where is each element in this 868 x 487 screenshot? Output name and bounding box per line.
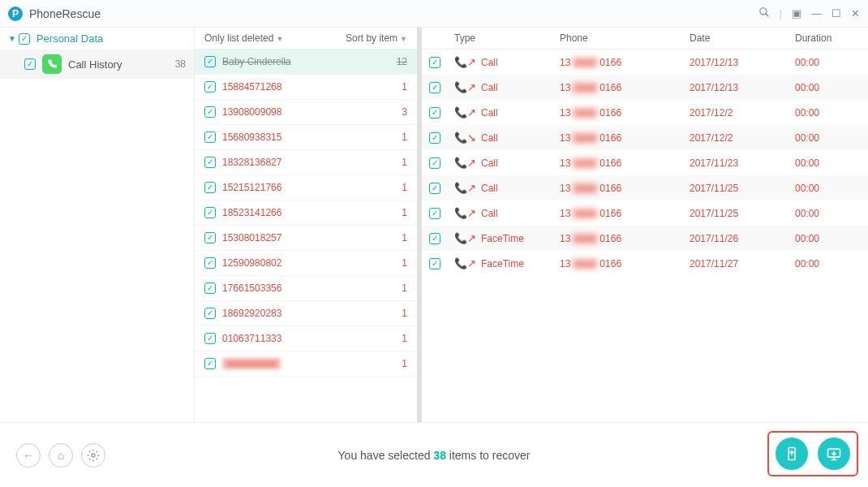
close-icon[interactable]: ✕ bbox=[851, 7, 860, 19]
back-button[interactable]: ← bbox=[16, 443, 41, 468]
sidebar-item-count: 38 bbox=[175, 58, 186, 70]
checkbox[interactable] bbox=[204, 56, 216, 67]
call-row[interactable]: 📞↗Call13xxxx01662017/11/2500:00 bbox=[422, 175, 868, 200]
footer-message: You have selected 38 items to recover bbox=[338, 449, 531, 462]
contact-name: 18692920283 bbox=[222, 308, 281, 319]
call-row[interactable]: 📞↗Call13xxxx01662017/12/1300:00 bbox=[422, 75, 868, 100]
call-type: 📞↗Call bbox=[454, 81, 560, 93]
contact-row[interactable]: 156809383151 bbox=[195, 125, 417, 150]
checkbox[interactable] bbox=[204, 182, 216, 193]
checkbox[interactable] bbox=[204, 358, 216, 369]
contact-row[interactable]: 125909808021 bbox=[195, 251, 417, 276]
recover-to-computer-button[interactable] bbox=[818, 437, 850, 470]
tree-root-personal-data[interactable]: ▼ Personal Data bbox=[0, 28, 194, 50]
checkbox[interactable] bbox=[204, 106, 216, 118]
call-phone: 13xxxx0166 bbox=[560, 208, 690, 219]
call-date: 2017/12/2 bbox=[690, 132, 795, 144]
call-table-body[interactable]: 📞↗Call13xxxx01662017/12/1300:00📞↗Call13x… bbox=[422, 50, 868, 422]
separator: | bbox=[780, 7, 782, 19]
contact-count: 1 bbox=[402, 131, 407, 143]
checkbox[interactable] bbox=[429, 82, 440, 93]
app-title: PhoneRescue bbox=[29, 7, 101, 20]
contact-list-header: Only list deleted▼ Sort by item▼ bbox=[195, 28, 417, 50]
checkbox[interactable] bbox=[204, 81, 216, 93]
call-phone: 13xxxx0166 bbox=[560, 82, 690, 93]
call-row[interactable]: 📞↗FaceTime13xxxx01662017/11/2700:00 bbox=[422, 251, 868, 276]
checkbox[interactable] bbox=[204, 257, 216, 269]
call-duration: 00:00 bbox=[795, 57, 860, 68]
call-phone: 13xxxx0166 bbox=[560, 258, 690, 269]
checkbox[interactable] bbox=[429, 107, 440, 119]
minimize-icon[interactable]: — bbox=[811, 7, 822, 19]
call-row[interactable]: 📞↗Call13xxxx01662017/12/1300:00 bbox=[422, 50, 868, 75]
contact-count: 1 bbox=[402, 282, 407, 294]
call-date: 2017/11/25 bbox=[690, 183, 795, 194]
search-icon[interactable] bbox=[758, 6, 770, 20]
contact-list[interactable]: Baby Cinderella1215884571268113908009098… bbox=[195, 50, 417, 422]
checkbox[interactable] bbox=[204, 157, 216, 168]
call-date: 2017/11/25 bbox=[690, 208, 795, 219]
filter-dropdown[interactable]: Only list deleted▼ bbox=[204, 32, 283, 44]
checkbox[interactable] bbox=[429, 233, 440, 244]
checkbox[interactable] bbox=[429, 208, 440, 219]
checkbox[interactable] bbox=[204, 333, 216, 344]
call-duration: 00:00 bbox=[795, 107, 860, 119]
contact-row[interactable]: 185231412661 bbox=[195, 200, 417, 226]
checkbox[interactable] bbox=[204, 282, 216, 294]
call-row[interactable]: 📞↗Call13xxxx01662017/12/200:00 bbox=[422, 100, 868, 125]
checkbox[interactable] bbox=[429, 258, 440, 269]
contact-count: 1 bbox=[402, 182, 407, 193]
call-date: 2017/12/2 bbox=[690, 107, 795, 119]
checkbox[interactable] bbox=[204, 207, 216, 218]
contact-row[interactable]: 158845712681 bbox=[195, 75, 417, 100]
home-button[interactable]: ⌂ bbox=[49, 443, 73, 468]
contact-name: 15215121766 bbox=[222, 182, 281, 193]
caret-down-icon[interactable]: ▼ bbox=[8, 34, 16, 43]
sidebar: ▼ Personal Data Call History 38 bbox=[0, 28, 195, 422]
call-row[interactable]: 📞↗Call13xxxx01662017/11/2500:00 bbox=[422, 200, 868, 226]
chevron-down-icon: ▼ bbox=[276, 35, 283, 43]
contact-row[interactable]: 183281368271 bbox=[195, 150, 417, 175]
contact-name: Baby Cinderella bbox=[222, 56, 291, 67]
checkbox[interactable] bbox=[429, 157, 440, 169]
sidebar-item-label: Call History bbox=[68, 58, 122, 71]
checkbox[interactable] bbox=[19, 33, 30, 45]
contact-row[interactable]: 152151217661 bbox=[195, 175, 417, 200]
sort-dropdown[interactable]: Sort by item▼ bbox=[346, 32, 407, 44]
contact-row[interactable]: 010637113331 bbox=[195, 326, 417, 351]
checkbox[interactable] bbox=[429, 57, 440, 68]
checkbox[interactable] bbox=[24, 58, 36, 70]
contact-row[interactable]: 176615033561 bbox=[195, 276, 417, 301]
call-duration: 00:00 bbox=[795, 157, 860, 169]
contact-name: xxxxxxxxxx bbox=[222, 358, 281, 369]
contact-row[interactable]: 186929202831 bbox=[195, 301, 417, 326]
contact-row[interactable]: Baby Cinderella12 bbox=[195, 50, 417, 75]
app-logo: P bbox=[8, 6, 23, 21]
checkbox[interactable] bbox=[429, 183, 440, 194]
recover-to-device-button[interactable] bbox=[776, 437, 808, 470]
contact-row[interactable]: xxxxxxxxxx1 bbox=[195, 351, 417, 377]
recover-actions-highlight bbox=[767, 431, 858, 476]
checkbox[interactable] bbox=[204, 308, 216, 319]
maximize-icon[interactable]: ☐ bbox=[831, 7, 841, 19]
settings-button[interactable] bbox=[81, 443, 105, 468]
contact-name: 15884571268 bbox=[222, 81, 281, 93]
call-row[interactable]: 📞↗Call13xxxx01662017/11/2300:00 bbox=[422, 150, 868, 175]
checkbox[interactable] bbox=[204, 232, 216, 244]
call-type: 📞↗Call bbox=[454, 182, 560, 194]
sidebar-item-call-history[interactable]: Call History 38 bbox=[0, 50, 194, 79]
contact-count: 1 bbox=[402, 157, 407, 168]
call-row[interactable]: 📞↘Call13xxxx01662017/12/200:00 bbox=[422, 125, 868, 150]
checkbox[interactable] bbox=[204, 131, 216, 143]
contact-count: 1 bbox=[402, 257, 407, 269]
call-duration: 00:00 bbox=[795, 183, 860, 194]
titlebar: P PhoneRescue | ▣ — ☐ ✕ bbox=[0, 0, 868, 28]
call-phone: 13xxxx0166 bbox=[560, 57, 690, 68]
contact-row[interactable]: 139080090983 bbox=[195, 100, 417, 125]
contact-count: 1 bbox=[402, 308, 407, 319]
header-phone: Phone bbox=[560, 32, 690, 44]
contact-row[interactable]: 153080182571 bbox=[195, 226, 417, 251]
pin-icon[interactable]: ▣ bbox=[792, 7, 801, 19]
checkbox[interactable] bbox=[429, 132, 440, 144]
call-row[interactable]: 📞↗FaceTime13xxxx01662017/11/2600:00 bbox=[422, 226, 868, 251]
